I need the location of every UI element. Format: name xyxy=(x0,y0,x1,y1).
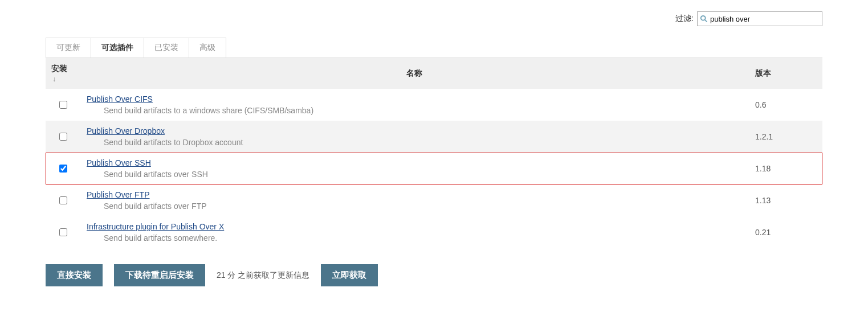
cell-name: Publish Over FTPSend build artifacts ove… xyxy=(80,184,748,216)
cell-version: 1.13 xyxy=(748,184,822,216)
tab-advanced[interactable]: 高级 xyxy=(189,38,226,58)
table-row: Publish Over CIFSSend build artifacts to… xyxy=(46,89,822,121)
tab-updates[interactable]: 可更新 xyxy=(46,38,91,58)
svg-line-1 xyxy=(705,20,707,22)
tab-available[interactable]: 可选插件 xyxy=(91,38,144,58)
header-version[interactable]: 版本 xyxy=(748,58,822,89)
plugin-link[interactable]: Publish Over Dropbox xyxy=(87,126,165,136)
plugin-description: Send build artifacts somewhere. xyxy=(87,233,741,243)
plugin-link[interactable]: Publish Over CIFS xyxy=(87,95,153,104)
check-now-button[interactable]: 立即获取 xyxy=(321,264,378,286)
cell-version: 1.2.1 xyxy=(748,121,822,153)
filter-label: 过滤: xyxy=(675,14,694,24)
cell-install xyxy=(46,216,80,248)
sort-indicator-icon: ↓ xyxy=(52,75,56,83)
update-info-text: 21 分 之前获取了更新信息 xyxy=(217,270,309,281)
install-checkbox[interactable] xyxy=(59,228,67,236)
cell-name: Publish Over DropboxSend build artifacts… xyxy=(80,121,748,153)
cell-version: 0.21 xyxy=(748,216,822,248)
cell-install xyxy=(46,184,80,216)
search-icon xyxy=(700,15,708,23)
install-checkbox[interactable] xyxy=(59,133,67,141)
install-checkbox[interactable] xyxy=(59,196,67,204)
table-row: Infrastructure plugin for Publish Over X… xyxy=(46,216,822,248)
plugins-table: 安装 ↓ 名称 版本 Publish Over CIFSSend build a… xyxy=(46,58,822,248)
tab-installed[interactable]: 已安装 xyxy=(144,38,189,58)
svg-point-0 xyxy=(701,16,706,20)
plugin-description: Send build artifacts to a windows share … xyxy=(87,106,741,115)
table-row: Publish Over SSHSend build artifacts ove… xyxy=(46,153,822,184)
plugin-link[interactable]: Publish Over SSH xyxy=(87,158,151,167)
plugin-description: Send build artifacts over SSH xyxy=(87,170,741,179)
cell-version: 0.6 xyxy=(748,89,822,121)
tabs: 可更新 可选插件 已安装 高级 xyxy=(46,38,822,58)
header-install[interactable]: 安装 ↓ xyxy=(46,58,80,89)
header-name[interactable]: 名称 xyxy=(80,58,748,89)
filter-input[interactable] xyxy=(708,15,822,23)
cell-install xyxy=(46,89,80,121)
bottom-bar: 直接安装 下载待重启后安装 21 分 之前获取了更新信息 立即获取 xyxy=(46,264,822,286)
plugin-description: Send build artifacts over FTP xyxy=(87,202,741,211)
cell-install xyxy=(46,153,80,184)
download-restart-button[interactable]: 下载待重启后安装 xyxy=(114,264,205,286)
plugin-description: Send build artifacts to Dropbox account xyxy=(87,138,741,147)
plugin-link[interactable]: Publish Over FTP xyxy=(87,190,149,199)
cell-version: 1.18 xyxy=(748,153,822,184)
table-row: Publish Over FTPSend build artifacts ove… xyxy=(46,184,822,216)
cell-name: Publish Over CIFSSend build artifacts to… xyxy=(80,89,748,121)
cell-name: Infrastructure plugin for Publish Over X… xyxy=(80,216,748,248)
install-checkbox[interactable] xyxy=(59,165,67,173)
filter-input-wrap[interactable] xyxy=(697,11,822,26)
cell-name: Publish Over SSHSend build artifacts ove… xyxy=(80,153,748,184)
cell-install xyxy=(46,121,80,153)
filter-bar: 过滤: xyxy=(46,11,822,26)
table-row: Publish Over DropboxSend build artifacts… xyxy=(46,121,822,153)
install-checkbox[interactable] xyxy=(59,101,67,109)
install-now-button[interactable]: 直接安装 xyxy=(46,264,103,286)
plugin-link[interactable]: Infrastructure plugin for Publish Over X xyxy=(87,222,224,231)
